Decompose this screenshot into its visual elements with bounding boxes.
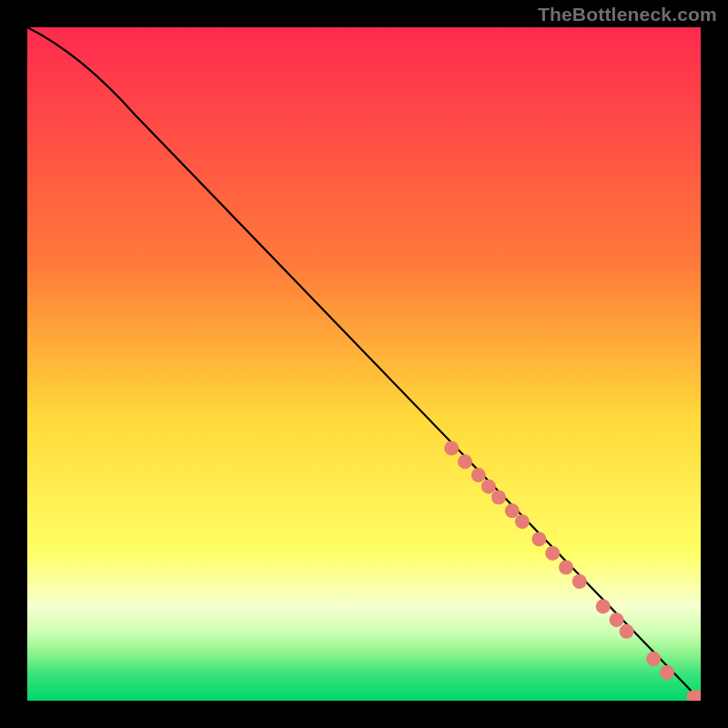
data-marker xyxy=(481,480,496,494)
data-marker xyxy=(471,468,486,482)
chart-background xyxy=(27,27,701,701)
bottleneck-chart xyxy=(27,27,701,701)
data-marker xyxy=(531,531,546,546)
data-marker xyxy=(610,612,624,627)
data-marker xyxy=(620,624,634,639)
data-marker xyxy=(491,490,506,505)
data-marker xyxy=(646,652,661,666)
data-marker xyxy=(559,561,573,575)
data-marker xyxy=(458,454,472,469)
data-marker xyxy=(505,503,520,518)
data-marker xyxy=(596,599,611,613)
chart-frame: TheBottleneck.com xyxy=(0,0,728,728)
data-marker xyxy=(660,665,674,680)
data-marker xyxy=(444,441,459,456)
attribution-label: TheBottleneck.com xyxy=(538,4,717,25)
data-marker xyxy=(515,514,530,529)
data-marker xyxy=(545,546,560,561)
data-marker xyxy=(572,574,587,589)
